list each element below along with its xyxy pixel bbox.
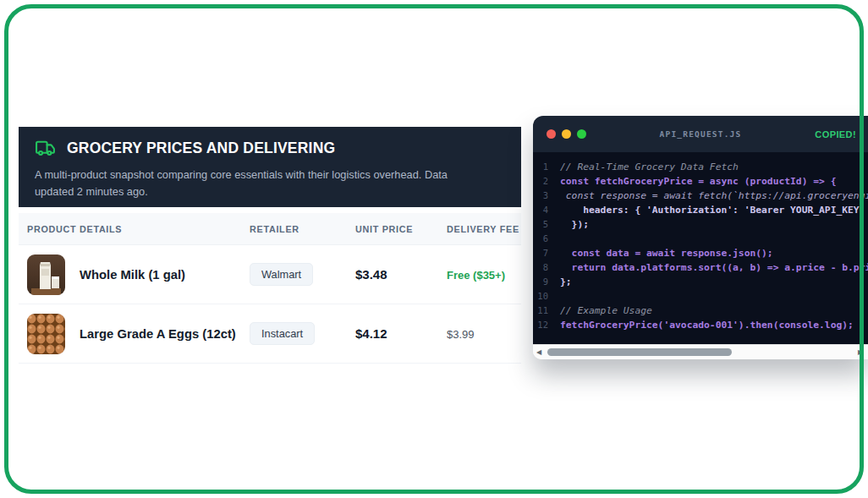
scroll-left-arrow-icon[interactable]: ◀ xyxy=(533,345,545,359)
code-text: const response = await fetch(`https://ap… xyxy=(560,189,868,203)
copied-status-badge[interactable]: COPIED! xyxy=(815,129,856,140)
line-number: 3 xyxy=(533,189,560,203)
code-text: const data = await response.json(); xyxy=(560,246,868,260)
line-number: 2 xyxy=(533,174,560,189)
line-number: 11 xyxy=(533,304,560,318)
price-table: Product Details Retailer Unit Price Deli… xyxy=(19,213,521,364)
traffic-lights xyxy=(547,129,586,139)
line-number: 10 xyxy=(533,289,560,304)
table-row: Whole Milk (1 gal) Walmart $3.48 Free ($… xyxy=(19,245,521,304)
code-text: const fetchGroceryPrice = async (product… xyxy=(560,174,868,189)
code-text: headers: { 'Authorization': 'Bearer YOUR… xyxy=(560,203,868,217)
code-text: }); xyxy=(560,217,868,232)
line-number: 4 xyxy=(533,203,560,217)
product-name: Large Grade A Eggs (12ct) xyxy=(80,327,236,341)
retailer-badge: Walmart xyxy=(250,263,313,286)
code-line: 4 headers: { 'Authorization': 'Bearer YO… xyxy=(533,203,868,217)
editor-titlebar: API_REQUEST.JS COPIED! xyxy=(533,116,868,152)
code-text: }; xyxy=(560,275,868,289)
code-line: 9}; xyxy=(533,275,868,289)
unit-price-value: $3.48 xyxy=(355,267,387,282)
column-header-price: Unit Price xyxy=(347,224,438,234)
delivery-fee-value: Free ($35+) xyxy=(447,269,505,282)
code-line: 7 const data = await response.json(); xyxy=(533,246,868,260)
code-line: 5 }); xyxy=(533,217,868,232)
table-body: Whole Milk (1 gal) Walmart $3.48 Free ($… xyxy=(19,245,521,364)
line-number: 1 xyxy=(533,160,560,174)
delivery-fee-value: $3.99 xyxy=(447,328,475,341)
code-line: 12fetchGroceryPrice('avocado-001').then(… xyxy=(533,318,868,332)
code-line: 8 return data.platforms.sort((a, b) => a… xyxy=(533,260,868,275)
code-text: return data.platforms.sort((a, b) => a.p… xyxy=(560,260,868,275)
line-number: 9 xyxy=(533,275,560,289)
close-window-button[interactable] xyxy=(547,129,556,139)
line-number: 5 xyxy=(533,217,560,232)
scroll-right-arrow-icon[interactable]: ▶ xyxy=(854,345,866,359)
code-line: 2const fetchGroceryPrice = async (produc… xyxy=(533,174,868,189)
zoom-window-button[interactable] xyxy=(577,129,586,139)
minimize-window-button[interactable] xyxy=(562,129,571,139)
milk-thumbnail xyxy=(27,254,65,295)
line-number: 7 xyxy=(533,246,560,260)
code-text xyxy=(560,289,868,304)
card-subtitle: A multi-product snapshot comparing core … xyxy=(35,167,462,201)
horizontal-scrollbar[interactable]: ◀ ▶ xyxy=(533,344,868,359)
line-number: 12 xyxy=(533,318,560,332)
card-title: GROCERY PRICES AND DELIVERING xyxy=(67,140,335,157)
unit-price-value: $4.12 xyxy=(355,326,387,341)
grocery-price-card: GROCERY PRICES AND DELIVERING A multi-pr… xyxy=(19,127,521,364)
truck-icon xyxy=(35,138,56,159)
column-header-product: Product Details xyxy=(19,224,241,234)
code-line: 11// Example Usage xyxy=(533,304,868,318)
code-text: fetchGroceryPrice('avocado-001').then(co… xyxy=(560,318,868,332)
code-line: 10 xyxy=(533,289,868,304)
code-text: // Real-Time Grocery Data Fetch xyxy=(560,160,868,174)
code-line: 6 xyxy=(533,232,868,246)
retailer-badge: Instacart xyxy=(250,322,315,345)
product-name: Whole Milk (1 gal) xyxy=(80,268,185,282)
scrollbar-thumb[interactable] xyxy=(547,348,732,356)
eggs-thumbnail xyxy=(27,314,65,354)
column-header-retailer: Retailer xyxy=(241,224,347,234)
code-text xyxy=(560,232,868,246)
column-header-fee: Delivery Fee xyxy=(438,224,521,234)
table-row: Large Grade A Eggs (12ct) Instacart $4.1… xyxy=(19,304,521,364)
code-area: 1// Real-Time Grocery Data Fetch2const f… xyxy=(533,152,868,344)
line-number: 6 xyxy=(533,232,560,246)
code-line: 3 const response = await fetch(`https://… xyxy=(533,189,868,203)
code-editor-window: API_REQUEST.JS COPIED! 1// Real-Time Gro… xyxy=(533,116,868,359)
table-header-row: Product Details Retailer Unit Price Deli… xyxy=(19,213,521,245)
code-text: // Example Usage xyxy=(560,304,868,318)
card-header: GROCERY PRICES AND DELIVERING A multi-pr… xyxy=(19,127,521,207)
line-number: 8 xyxy=(533,260,560,275)
code-line: 1// Real-Time Grocery Data Fetch xyxy=(533,160,868,174)
